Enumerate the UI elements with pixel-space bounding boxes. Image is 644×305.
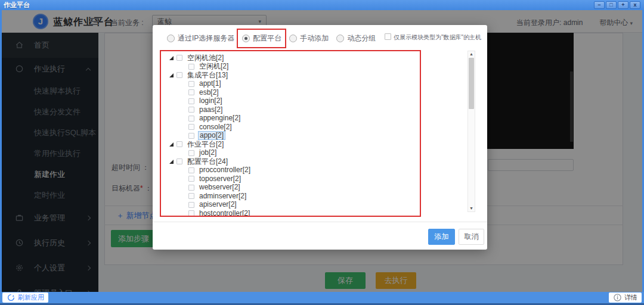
restore-button[interactable]: □ bbox=[606, 1, 617, 9]
tree-node[interactable]: adminserver[2] bbox=[161, 192, 420, 201]
refresh-icon bbox=[7, 293, 16, 302]
radio-label: 通过IP选择服务器 bbox=[178, 33, 234, 43]
radio-option[interactable]: 通过IP选择服务器 bbox=[167, 33, 234, 43]
checkbox-icon[interactable] bbox=[188, 150, 194, 156]
checkbox-icon[interactable] bbox=[188, 193, 194, 199]
checkbox-icon[interactable] bbox=[188, 116, 194, 122]
radio-option[interactable]: 手动添加 bbox=[289, 33, 329, 43]
info-icon bbox=[613, 293, 622, 302]
checkbox-icon[interactable] bbox=[177, 141, 182, 147]
refresh-app-button[interactable]: 刷新应用 bbox=[2, 292, 48, 303]
checkbox-icon[interactable] bbox=[188, 176, 194, 182]
tree-node[interactable]: job[2] bbox=[161, 149, 420, 158]
tree-node[interactable]: 空闲机[2] bbox=[161, 63, 420, 71]
tree-node[interactable]: appt[1] bbox=[161, 80, 420, 89]
checkbox-icon[interactable] bbox=[177, 158, 182, 164]
tree-node-label[interactable]: esb[2] bbox=[198, 89, 220, 97]
radio-option[interactable]: 动态分组 bbox=[336, 33, 376, 43]
checkbox-icon[interactable] bbox=[188, 202, 194, 208]
tree-node[interactable]: proccontroller[2] bbox=[161, 166, 420, 175]
tree-node-label[interactable]: console[2] bbox=[198, 123, 233, 131]
db-filter-label: 仅展示模块类型为"数据库"的主机 bbox=[394, 33, 481, 42]
checkbox-icon[interactable] bbox=[188, 133, 194, 139]
expand-triangle-icon[interactable] bbox=[169, 160, 174, 164]
minimize-button[interactable]: − bbox=[594, 1, 605, 9]
checkbox-icon[interactable] bbox=[188, 107, 194, 113]
expand-triangle-icon[interactable] bbox=[169, 56, 174, 60]
tree-node-label[interactable]: hostcontroller[2] bbox=[198, 210, 251, 217]
window-titlebar: 作业平台 − □ + x bbox=[0, 0, 644, 10]
tree-node[interactable]: 作业平台[2] bbox=[161, 140, 420, 149]
tree-node-label[interactable]: 空闲机池[2] bbox=[186, 54, 225, 62]
tree-node-label[interactable]: appt[1] bbox=[198, 80, 222, 88]
tree-node-label[interactable]: job[2] bbox=[198, 149, 218, 157]
tree-node-label[interactable]: webserver[2] bbox=[198, 183, 242, 191]
window-controls: − □ + x bbox=[594, 1, 640, 9]
dialog-footer: 添加 取消 bbox=[153, 222, 487, 250]
tree-node[interactable]: login[2] bbox=[161, 97, 420, 106]
checkbox-icon[interactable] bbox=[188, 167, 194, 173]
tree-node-label[interactable]: 空闲机[2] bbox=[198, 63, 230, 70]
tree-node-label[interactable]: toposerver[2] bbox=[198, 175, 242, 183]
checkbox-icon[interactable] bbox=[188, 210, 194, 216]
expand-triangle-icon[interactable] bbox=[169, 73, 174, 77]
close-button[interactable]: x bbox=[630, 1, 640, 9]
tree-node[interactable]: appo[2] bbox=[161, 132, 420, 141]
cancel-button[interactable]: 取消 bbox=[459, 229, 484, 245]
checkbox-icon[interactable] bbox=[188, 124, 194, 130]
bottom-statusbar: 刷新应用 详情 bbox=[0, 292, 644, 305]
tree-node-label[interactable]: paas[2] bbox=[198, 106, 224, 114]
radio-selected[interactable]: 配置平台 bbox=[242, 33, 281, 43]
server-source-radio-group: 通过IP选择服务器配置平台手动添加动态分组 bbox=[167, 33, 376, 43]
tree-node[interactable]: appengine[2] bbox=[161, 114, 420, 123]
tree-node-label[interactable]: 配置平台[24] bbox=[186, 158, 229, 166]
tree-node-label[interactable]: 作业平台[2] bbox=[186, 141, 225, 148]
tree-node-label[interactable]: apiserver[2] bbox=[198, 201, 238, 208]
tree-node-label[interactable]: 集成平台[13] bbox=[186, 71, 229, 79]
tree-node-label[interactable]: adminserver[2] bbox=[198, 192, 247, 200]
radio-label: 配置平台 bbox=[253, 33, 281, 43]
scroll-up-icon[interactable]: ▲ bbox=[468, 51, 475, 57]
tree-scrollbar[interactable]: ▲ ▼ bbox=[467, 51, 475, 212]
expand-triangle-icon[interactable] bbox=[169, 142, 174, 147]
tree-node[interactable]: toposerver[2] bbox=[161, 175, 420, 183]
window-title: 作业平台 bbox=[4, 1, 30, 10]
checkbox-icon[interactable] bbox=[177, 72, 182, 78]
checkbox-icon[interactable] bbox=[188, 89, 194, 95]
tree-node-label[interactable]: appo[2] bbox=[198, 131, 225, 140]
checkbox-icon[interactable] bbox=[188, 98, 194, 104]
zoom-button[interactable]: + bbox=[618, 1, 628, 9]
radio-label: 动态分组 bbox=[347, 33, 376, 43]
checkbox-icon bbox=[385, 33, 391, 40]
tree-node[interactable]: paas[2] bbox=[161, 105, 420, 114]
details-button[interactable]: 详情 bbox=[609, 292, 642, 303]
checkbox-icon[interactable] bbox=[188, 64, 194, 70]
tree-node[interactable]: 空闲机池[2] bbox=[161, 54, 420, 63]
select-server-dialog: 通过IP选择服务器配置平台手动添加动态分组 仅展示模块类型为"数据库"的主机 空… bbox=[153, 25, 487, 250]
db-filter-checkbox[interactable]: 仅展示模块类型为"数据库"的主机 bbox=[385, 33, 481, 42]
window-border-left bbox=[0, 10, 2, 292]
radio-icon bbox=[167, 35, 175, 42]
add-button[interactable]: 添加 bbox=[428, 229, 455, 245]
scrollbar-thumb[interactable] bbox=[469, 58, 474, 109]
radio-icon bbox=[289, 35, 297, 42]
tree-node[interactable]: webserver[2] bbox=[161, 183, 420, 192]
tree-node[interactable]: console[2] bbox=[161, 123, 420, 132]
checkbox-icon[interactable] bbox=[188, 185, 194, 191]
checkbox-icon[interactable] bbox=[188, 81, 194, 87]
tree-node[interactable]: 集成平台[13] bbox=[161, 71, 420, 80]
scroll-down-icon[interactable]: ▼ bbox=[468, 206, 475, 211]
tree-node[interactable]: apiserver[2] bbox=[161, 201, 420, 210]
tree-node-label[interactable]: login[2] bbox=[198, 97, 224, 105]
topology-tree: 空闲机池[2]空闲机[2]集成平台[13]appt[1]esb[2]login[… bbox=[160, 50, 421, 217]
tree-node[interactable]: esb[2] bbox=[161, 88, 420, 97]
radio-label: 手动添加 bbox=[300, 33, 329, 43]
tree-node-label[interactable]: appengine[2] bbox=[198, 114, 242, 122]
tree-node-label[interactable]: proccontroller[2] bbox=[198, 166, 252, 174]
tree-node[interactable]: 配置平台[24] bbox=[161, 157, 420, 166]
radio-icon bbox=[242, 35, 250, 42]
checkbox-icon[interactable] bbox=[177, 55, 182, 61]
tree-node[interactable]: hostcontroller[2] bbox=[161, 209, 420, 217]
radio-icon bbox=[336, 35, 344, 42]
